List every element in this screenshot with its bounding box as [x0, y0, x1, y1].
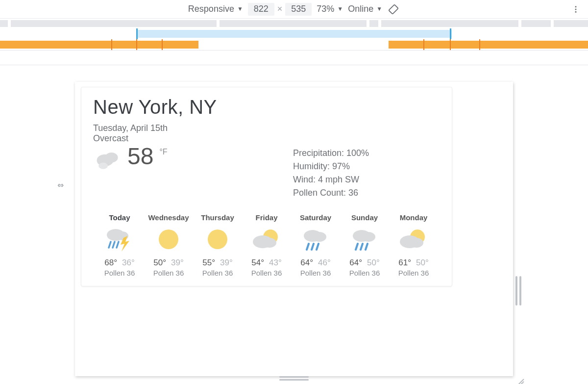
ruler-segment[interactable]	[11, 20, 217, 27]
resize-handle-corner[interactable]	[517, 378, 525, 384]
rain-icon	[341, 224, 388, 255]
forecast-pollen: Pollen 36	[243, 269, 290, 277]
svg-point-13	[208, 230, 227, 249]
forecast-low: 43°	[269, 258, 282, 267]
height-input[interactable]	[285, 3, 312, 16]
ruler-segment[interactable]	[381, 20, 518, 27]
forecast-pollen: Pollen 36	[390, 269, 437, 277]
breakpoint-tick[interactable]	[479, 39, 480, 50]
more-options-button[interactable]	[569, 3, 582, 16]
forecast-high: 54°	[251, 258, 264, 267]
device-mode-select[interactable]: Responsive ▼	[188, 4, 243, 14]
width-input[interactable]	[248, 3, 274, 16]
rain-icon	[292, 224, 339, 255]
temperature-value: 58	[127, 145, 153, 168]
forecast-pollen: Pollen 36	[341, 269, 388, 277]
svg-point-8	[117, 231, 128, 240]
resize-handle-right[interactable]	[515, 276, 522, 306]
humidity-value: 97%	[332, 161, 350, 171]
svg-line-9	[109, 242, 111, 248]
forecast-low: 36°	[122, 258, 135, 267]
current-temp-group: 58 °F	[93, 145, 168, 176]
device-mode-label: Responsive	[188, 4, 234, 14]
ruler-segment[interactable]	[369, 20, 378, 27]
forecast-day: Thursday55°39°Pollen 36	[194, 213, 241, 277]
forecast-day-name: Sunday	[341, 213, 388, 222]
ruler-segment[interactable]	[554, 20, 588, 27]
svg-line-11	[117, 242, 119, 248]
forecast-day-name: Wednesday	[145, 213, 192, 222]
ruler-segment[interactable]	[220, 20, 367, 27]
viewport-stage: ⇔ New York, NY Tuesday, April 15th Overc…	[0, 65, 588, 384]
min-width-bar[interactable]	[0, 39, 588, 50]
forecast-high: 55°	[202, 258, 215, 267]
dropdown-arrow-icon: ▼	[237, 5, 243, 12]
breakpoint-tick[interactable]	[111, 39, 112, 50]
wind-value: 4 mph SW	[318, 175, 359, 184]
forecast-low: 39°	[220, 258, 233, 267]
forecast-temps: 64°50°	[341, 258, 388, 268]
precipitation-value: 100%	[346, 148, 369, 158]
min-width-band[interactable]	[0, 41, 198, 49]
media-query-bar	[0, 19, 588, 51]
forecast-pollen: Pollen 36	[96, 269, 143, 277]
forecast-high: 61°	[398, 258, 411, 267]
zoom-value: 73%	[317, 4, 334, 14]
forecast-low: 46°	[318, 258, 331, 267]
pollen-label: Pollen Count:	[293, 188, 346, 198]
device-toolbar: Responsive ▼ × 73% ▼ Online ▼	[0, 0, 588, 19]
dropdown-arrow-icon: ▼	[337, 5, 343, 12]
forecast-day-name: Saturday	[292, 213, 339, 222]
svg-point-1	[575, 6, 577, 7]
max-width-band[interactable]	[136, 30, 452, 38]
breakpoint-tick[interactable]	[162, 39, 163, 50]
svg-line-10	[113, 242, 115, 248]
forecast-day-name: Thursday	[194, 213, 241, 222]
temperature-unit: °F	[159, 148, 167, 156]
ruler-segment[interactable]	[0, 20, 8, 27]
ruler-segment[interactable]	[521, 20, 551, 27]
svg-point-12	[159, 230, 178, 249]
times-icon: ×	[277, 4, 283, 14]
min-width-band[interactable]	[389, 41, 588, 49]
resize-handle-left[interactable]: ⇔	[57, 180, 64, 190]
condition-text: Overcast	[93, 133, 440, 144]
dimensions-group: ×	[248, 3, 312, 16]
breakpoint-tick[interactable]	[450, 28, 451, 39]
forecast-pollen: Pollen 36	[194, 269, 241, 277]
spacer	[0, 51, 588, 65]
thunder-icon	[96, 224, 143, 255]
forecast-temps: 50°39°	[145, 258, 192, 268]
weather-card: New York, NY Tuesday, April 15th Overcas…	[81, 87, 452, 286]
max-width-bar[interactable]	[0, 28, 588, 39]
breakpoint-tick[interactable]	[136, 39, 137, 50]
breakpoint-tick[interactable]	[450, 39, 451, 50]
forecast-low: 50°	[367, 258, 380, 267]
forecast-day-name: Friday	[243, 213, 290, 222]
svg-line-19	[307, 244, 309, 250]
svg-point-6	[98, 163, 108, 169]
svg-point-3	[575, 11, 577, 12]
svg-point-2	[575, 8, 577, 10]
forecast-day: Monday61°50°Pollen 36	[390, 213, 437, 277]
svg-line-21	[317, 244, 318, 250]
zoom-select[interactable]: 73% ▼	[317, 4, 343, 14]
partly-icon	[243, 224, 290, 255]
rotate-button[interactable]	[387, 3, 400, 16]
svg-line-26	[366, 244, 368, 250]
forecast-day: Sunday64°50°Pollen 36	[341, 213, 388, 277]
throttling-select[interactable]: Online ▼	[348, 4, 382, 14]
forecast-day: Wednesday50°39°Pollen 36	[145, 213, 192, 277]
forecast-temps: 55°39°	[194, 258, 241, 268]
svg-point-23	[362, 232, 375, 242]
forecast-low: 50°	[416, 258, 429, 267]
ruler-bar[interactable]	[0, 19, 588, 28]
forecast-day: Today68°36°Pollen 36	[96, 213, 143, 277]
breakpoint-tick[interactable]	[423, 39, 424, 50]
breakpoint-tick[interactable]	[136, 28, 138, 39]
date-text: Tuesday, April 15th	[93, 123, 440, 133]
throttling-value: Online	[348, 4, 373, 14]
svg-point-29	[410, 238, 423, 248]
forecast-low: 39°	[171, 258, 184, 267]
resize-handle-bottom[interactable]	[279, 376, 309, 381]
